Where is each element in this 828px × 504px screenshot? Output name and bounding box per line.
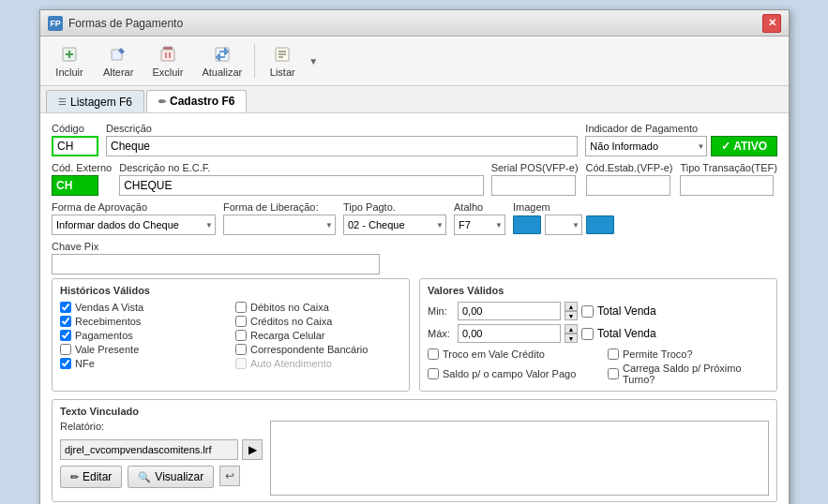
select-imagem[interactable] [545,215,582,235]
listar-label: Listar [270,67,295,78]
check-permite-troco[interactable] [608,348,619,360]
checkboxes-bottom: Troco em Vale Crédito Permite Troco? Sal… [428,348,769,385]
relatorio-browse-btn[interactable]: ▶ [242,439,263,460]
valores-title: Valores Válidos [428,285,769,296]
spin-min-up[interactable]: ▲ [565,302,578,311]
hist-correspondente-check[interactable] [235,344,247,355]
toolbar: Incluir Alterar Excluir Atualizar Lista [40,37,789,86]
select-forma-liberacao-wrapper[interactable] [223,215,336,235]
label-forma-liberacao: Forma de Liberação: [223,201,336,213]
visualizar-icon: 🔍 [138,471,151,483]
listar-icon [272,44,293,65]
excluir-label: Excluir [152,67,183,78]
hist-nfe-check[interactable] [60,358,71,369]
hist-vale-item: Vale Presente [60,344,226,355]
select-forma-aprovacao[interactable]: Informar dados do Cheque [52,215,216,235]
editar-button[interactable]: ✏ Editar [60,466,122,488]
select-atalho[interactable]: F7 [454,215,505,235]
tab-cadastro[interactable]: ✏ Cadastro F6 [146,90,247,112]
tab-listagem[interactable]: ☰ Listagem F6 [46,90,144,112]
hist-debitos-label: Débitos no Caixa [250,302,329,313]
total-venda-1-check[interactable] [581,305,594,318]
hist-pagamentos-check[interactable] [60,330,71,341]
imagem-button2[interactable] [586,215,614,234]
select-indicador-wrapper[interactable]: Não Informado [585,136,707,156]
atualizar-button[interactable]: Atualizar [193,40,250,82]
hist-auto-check[interactable] [235,358,247,369]
listar-dropdown-icon[interactable]: ▼ [309,56,318,67]
hist-recebimentos-check[interactable] [60,316,71,327]
incluir-icon [59,44,80,65]
browse-icon: ▶ [248,443,257,456]
check-troco-vale[interactable] [428,348,439,360]
select-tipo-pagto-wrapper[interactable]: 02 - Cheque [343,215,446,235]
hist-pagamentos-label: Pagamentos [75,330,133,341]
hist-creditos-label: Créditos no Caixa [250,316,332,327]
total-venda-1-label: Total Venda [597,304,656,318]
label-descricao: Descrição [106,123,578,134]
spin-max-down[interactable]: ▼ [565,334,578,343]
tv-action-buttons: ✏ Editar 🔍 Visualizar ↩ [60,466,263,488]
total-venda-2-label: Total Venda [597,327,656,340]
check-carrega-saldo[interactable] [608,368,619,379]
hist-vendas-check[interactable] [60,302,71,313]
group-tipo-transacao: Tipo Transação(TEF) [680,162,777,196]
spin-max-up[interactable]: ▲ [565,324,578,334]
visualizar-button[interactable]: 🔍 Visualizar [128,466,214,488]
input-serial-pos[interactable] [491,175,576,196]
incluir-button[interactable]: Incluir [46,40,93,82]
select-atalho-wrapper[interactable]: F7 [454,215,505,235]
hist-pagamentos-item: Pagamentos [60,330,226,341]
excluir-button[interactable]: Excluir [143,40,191,82]
cadastro-tab-icon: ✏ [158,96,166,107]
input-chave-pix[interactable] [52,254,380,274]
ativo-badge: ✓ ATIVO [711,136,777,156]
select-tipo-pagto[interactable]: 02 - Cheque [343,215,446,235]
tv-textarea [270,421,769,496]
panels-row: Históricos Válidos Vendas A Vista Débito… [52,278,777,392]
hist-vale-check[interactable] [60,344,71,355]
label-descricao-ecf: Descrição no E.C.F. [119,162,483,173]
hist-recebimentos-item: Recebimentos [60,316,226,327]
select-imagem-wrapper[interactable] [545,215,582,235]
group-indicador: Indicador de Pagamento Não Informado ✓ A… [585,123,777,156]
input-cod-estab[interactable] [586,175,670,196]
form-area: Código Descrição Indicador de Pagamento … [40,113,789,504]
select-forma-aprovacao-wrapper[interactable]: Informar dados do Cheque [52,215,216,235]
input-cod-externo[interactable] [52,175,98,196]
row-forma: Forma de Aprovação Informar dados do Che… [52,201,777,235]
hist-correspondente-label: Correspondente Bancário [250,344,368,355]
check-troco-vale-item: Troco em Vale Crédito [428,348,589,360]
check-saldo-valor[interactable] [428,368,439,379]
input-tipo-transacao[interactable] [680,175,774,196]
select-indicador[interactable]: Não Informado [585,136,707,156]
back-button[interactable]: ↩ [219,466,240,486]
hist-recebimentos-label: Recebimentos [75,316,141,327]
hist-recarga-check[interactable] [235,330,247,341]
input-relatorio[interactable] [60,439,238,460]
historicos-panel: Históricos Válidos Vendas A Vista Débito… [52,278,410,392]
check-troco-vale-label: Troco em Vale Crédito [443,348,545,360]
tabs-bar: ☰ Listagem F6 ✏ Cadastro F6 [40,86,789,113]
hist-debitos-check[interactable] [235,302,247,313]
total-venda-2-check[interactable] [581,328,594,340]
tv-content: Relatório: ▶ ✏ Editar [60,421,769,496]
input-max[interactable] [458,324,561,343]
close-button[interactable]: ✕ [762,14,781,33]
label-cod-externo: Cód. Externo [52,162,112,173]
hist-vale-label: Vale Presente [75,344,139,355]
spin-min-down[interactable]: ▼ [565,311,578,320]
input-descricao[interactable] [106,136,578,156]
main-window: FP Formas de Pagamento ✕ Incluir Alterar… [39,9,790,504]
check-permite-troco-item: Permite Troco? [608,348,769,360]
input-codigo[interactable] [52,136,98,156]
group-cod-externo: Cód. Externo [52,162,112,196]
listar-button[interactable]: Listar [259,40,306,82]
input-min[interactable] [458,302,561,320]
hist-creditos-check[interactable] [235,316,247,327]
valores-max-row: Máx: ▲ ▼ Total Venda [428,324,769,343]
input-descricao-ecf[interactable] [119,175,483,196]
select-forma-liberacao[interactable] [223,215,336,235]
alterar-button[interactable]: Alterar [95,40,142,82]
check-carrega-saldo-item: Carrega Saldo p/ Próximo Turno? [608,363,769,385]
